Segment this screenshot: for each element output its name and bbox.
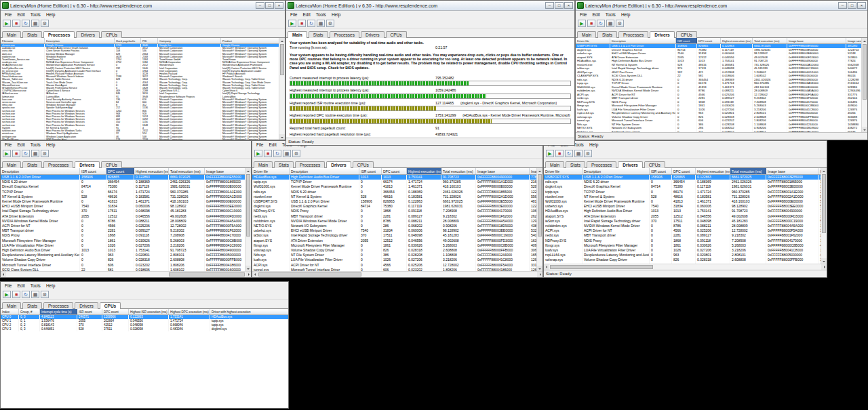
column-header[interactable]: ISR count [80, 168, 106, 175]
column-header[interactable]: Total execution (ms) [441, 168, 476, 175]
table-row[interactable]: luafv.sysLUA File Virtualization Filter … [252, 258, 536, 262]
table-row[interactable]: ndis.sysNDIS 6.20 driver03664540.1883692… [544, 180, 821, 184]
reset-button[interactable]: ↻ [565, 150, 573, 157]
table-row[interactable]: Ntfs.sysNT File System Driver03860.02820… [252, 253, 536, 258]
menu-help[interactable]: Help [43, 283, 58, 288]
stop-monitor-button[interactable]: ■ [587, 20, 595, 27]
tab-cpus[interactable]: CPUs [386, 31, 407, 38]
column-header[interactable]: Product [221, 38, 279, 44]
column-header[interactable]: Driver file [252, 168, 290, 175]
vertical-scrollbar[interactable] [536, 168, 542, 271]
column-header[interactable]: Driver with highest execution [210, 309, 289, 315]
tab-stats[interactable]: Stats [309, 31, 328, 38]
menu-edit[interactable]: Edit [14, 142, 27, 147]
menu-help[interactable]: Help [329, 12, 343, 17]
scroll-down-icon[interactable] [279, 134, 285, 140]
options-button[interactable]: ⚙ [41, 20, 49, 27]
scroll-down-icon[interactable] [821, 258, 827, 264]
minimize-button[interactable]: – [256, 2, 264, 9]
start-monitor-button[interactable]: ▶ [254, 150, 262, 157]
reset-button[interactable]: ↻ [597, 20, 605, 27]
options-button[interactable]: ⚙ [616, 20, 624, 27]
table-row[interactable]: Wdf01000.sysKernel Mode Driver Framework… [252, 184, 536, 189]
menu-tools[interactable]: Tools [313, 12, 329, 17]
column-header[interactable]: DPC count [106, 168, 134, 175]
minimize-button[interactable]: – [545, 2, 554, 9]
tab-main[interactable]: Main [288, 31, 307, 38]
tab-processes[interactable]: Processes [330, 31, 359, 38]
table-row[interactable]: iaStor.sysIntel Rapid Storage Technology… [252, 233, 536, 238]
table-row[interactable]: NDIS Proxy018680.0911187.2089080xFFFFF88… [1, 233, 245, 238]
stop-monitor-button[interactable]: ■ [264, 150, 272, 157]
table-row[interactable]: NETIO.SYSNetwork I/O Subsystem02860.0682… [252, 224, 536, 228]
tab-drivers[interactable]: Drivers [75, 161, 99, 168]
table-row[interactable]: ACPI.sysACPI Driver for NT045660.0252061… [252, 263, 536, 268]
table-row[interactable]: usbehci.sysEHCI eUSB Miniport Driver7540… [544, 204, 821, 209]
screenshot-button[interactable]: ▦ [606, 20, 614, 27]
tab-processes[interactable]: Processes [295, 161, 325, 168]
tab-stats[interactable]: Stats [22, 161, 42, 168]
table-row[interactable]: Kernel Mode Driver Framework Runtime0418… [1, 199, 245, 204]
tab-drivers[interactable]: Drivers [650, 31, 674, 38]
column-header[interactable]: Driver file [576, 38, 610, 44]
maximize-button[interactable]: □ [555, 2, 564, 9]
table-row[interactable]: DirectX Graphics Kernel84714753800.11711… [1, 184, 245, 189]
tab-cpus[interactable]: CPUs [100, 302, 121, 309]
scroll-left-icon[interactable] [252, 272, 258, 277]
column-header[interactable]: Group, # [19, 309, 40, 315]
scroll-up-icon[interactable] [279, 38, 285, 43]
column-header[interactable]: Highest execution (ms) [721, 38, 753, 44]
table-row[interactable]: Intel Rapid Storage Technology driver370… [1, 209, 245, 213]
scrollbar-thumb[interactable] [258, 272, 361, 276]
column-header[interactable]: Filename [1, 38, 45, 44]
scrollbar-thumb[interactable] [550, 265, 653, 269]
column-header[interactable]: ISR count [77, 309, 102, 315]
menu-edit[interactable]: Edit [266, 142, 279, 147]
table-row[interactable]: netbt.sysMBT Transport driver022810.0891… [252, 214, 536, 219]
column-header[interactable]: Total execution (ms) [730, 168, 766, 175]
table-row[interactable]: ATA Driver Extension2055125120.04655649.… [1, 214, 245, 219]
tab-processes[interactable]: Processes [43, 31, 75, 38]
vertical-scrollbar[interactable] [245, 168, 251, 271]
table-row[interactable]: HDAudBus.sysHigh Definition Audio Bus Dr… [544, 209, 821, 213]
scrollbar-thumb[interactable] [863, 44, 867, 100]
column-header[interactable]: Description [290, 168, 359, 175]
scroll-right-icon[interactable] [245, 272, 251, 277]
tab-stats[interactable]: Stats [22, 302, 42, 309]
table-row[interactable]: Microsoft Filesystem Filter Manager01861… [1, 239, 245, 243]
menu-help[interactable]: Help [43, 12, 58, 17]
menu-help[interactable]: Help [587, 142, 601, 147]
column-header[interactable]: Image base [205, 168, 245, 175]
stop-monitor-button[interactable]: ■ [12, 20, 20, 27]
horizontal-scrollbar[interactable] [1, 271, 251, 277]
scroll-left-icon[interactable] [1, 272, 6, 277]
stop-monitor-button[interactable]: ■ [12, 150, 20, 157]
table-row[interactable]: USB 1.1 & 2.0 Port Driver1589068268650.1… [1, 175, 245, 180]
column-header[interactable]: Image size [530, 168, 537, 175]
menu-tools[interactable]: Tools [28, 283, 43, 288]
column-header[interactable]: ISR count [650, 168, 672, 175]
tab-cpus[interactable]: CPUs [644, 161, 665, 168]
scroll-up-icon[interactable] [245, 168, 251, 173]
menu-edit[interactable]: Edit [14, 12, 27, 17]
tab-processes[interactable]: Processes [43, 161, 73, 168]
tab-stats[interactable]: Stats [597, 31, 617, 38]
table-row[interactable]: LUA File Virtualization Filter Driver010… [1, 243, 245, 248]
tab-drivers[interactable]: Drivers [75, 302, 98, 309]
column-header[interactable]: DPC count [382, 168, 407, 175]
tab-main[interactable]: Main [254, 161, 273, 168]
menu-file[interactable]: File [2, 142, 14, 147]
table-row[interactable]: netbt.sysMBT Transport driver022810.0891… [544, 233, 821, 238]
table-row[interactable]: CPU 30, 30.646851528375110.0280980.48304… [1, 327, 288, 331]
options-button[interactable]: ⚙ [292, 150, 300, 157]
tab-cpus[interactable]: CPUs [676, 31, 697, 38]
column-header[interactable]: Description [1, 168, 80, 175]
screenshot-button[interactable]: ▦ [31, 291, 39, 298]
column-header[interactable]: Image size [846, 38, 862, 44]
table-row[interactable]: TCP/IP Driver0661741.471724960.3702850xF… [1, 190, 245, 194]
table-row[interactable]: volsnap.sysVolume Shadow Copy Driver0826… [544, 258, 821, 262]
table-row[interactable]: usbehci.sysEHCI eUSB Miniport Driver7540… [252, 228, 536, 233]
tab-cpus[interactable]: CPUs [353, 161, 374, 168]
table-row[interactable]: Resplendence Latency Monitoring and Auxi… [1, 253, 245, 258]
tab-cpus[interactable]: CPUs [101, 31, 122, 38]
